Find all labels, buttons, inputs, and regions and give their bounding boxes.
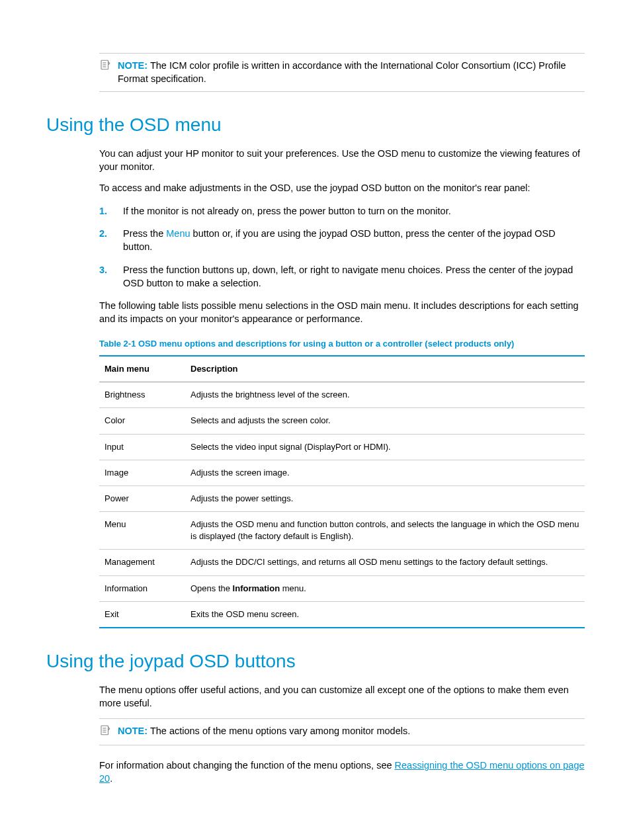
table-caption-text: OSD menu options and descriptions for us… bbox=[136, 339, 514, 349]
note-label: NOTE: bbox=[118, 726, 147, 736]
table-cell: Input bbox=[99, 434, 185, 460]
paragraph: You can adjust your HP monitor to suit y… bbox=[99, 147, 585, 174]
table-row: MenuAdjusts the OSD menu and function bu… bbox=[99, 512, 585, 550]
table-cell: Adjusts the power settings. bbox=[185, 485, 585, 511]
paragraph: For information about changing the funct… bbox=[99, 759, 585, 786]
bold-text: Information bbox=[233, 583, 280, 593]
table-cell: Menu bbox=[99, 512, 185, 550]
table-caption: Table 2-1 OSD menu options and descripti… bbox=[99, 338, 585, 350]
step-text: Press the function buttons up, down, lef… bbox=[123, 263, 585, 290]
text-fragment: . bbox=[110, 773, 112, 784]
table-cell: Color bbox=[99, 408, 185, 434]
table-header: Main menu bbox=[99, 356, 185, 382]
note-label: NOTE: bbox=[118, 60, 147, 71]
table-cell: Adjusts the brightness level of the scre… bbox=[185, 382, 585, 408]
step-number: 3. bbox=[99, 263, 111, 290]
paragraph: The following table lists possible menu … bbox=[99, 299, 585, 326]
table-caption-label: Table 2-1 bbox=[99, 339, 136, 349]
text-fragment: menu. bbox=[280, 583, 306, 593]
table-cell: Image bbox=[99, 460, 185, 485]
table-cell: Brightness bbox=[99, 382, 185, 408]
table-cell: Adjusts the OSD menu and function button… bbox=[185, 512, 585, 550]
table-cell: Exits the OSD menu screen. bbox=[185, 601, 585, 628]
table-cell: Selects the video input signal (DisplayP… bbox=[185, 434, 585, 460]
list-item: 2. Press the Menu button or, if you are … bbox=[99, 227, 585, 254]
heading-osd-menu: Using the OSD menu bbox=[46, 112, 585, 138]
note-text: The ICM color profile is written in acco… bbox=[118, 60, 566, 84]
table-row: InformationOpens the Information menu. bbox=[99, 575, 585, 601]
paragraph: To access and make adjustments in the OS… bbox=[99, 181, 585, 194]
table-header-row: Main menu Description bbox=[99, 356, 585, 382]
table-row: ManagementAdjusts the DDC/CI settings, a… bbox=[99, 550, 585, 575]
table-row: ExitExits the OSD menu screen. bbox=[99, 601, 585, 628]
table-header: Description bbox=[185, 356, 585, 382]
step-number: 2. bbox=[99, 227, 111, 254]
table-cell: Opens the Information menu. bbox=[185, 575, 585, 601]
heading-joypad: Using the joypad OSD buttons bbox=[46, 648, 585, 674]
table-row: BrightnessAdjusts the brightness level o… bbox=[99, 382, 585, 408]
note-text: The actions of the menu options vary amo… bbox=[150, 726, 410, 736]
osd-menu-table: Main menu Description BrightnessAdjusts … bbox=[99, 355, 585, 628]
list-item: 1. If the monitor is not already on, pre… bbox=[99, 204, 585, 218]
text-fragment: Opens the bbox=[190, 583, 233, 593]
note-box-actions: NOTE: The actions of the menu options va… bbox=[99, 718, 585, 745]
note-icon bbox=[99, 724, 111, 739]
table-cell: Adjusts the DDC/CI settings, and returns… bbox=[185, 550, 585, 575]
steps-list: 1. If the monitor is not already on, pre… bbox=[99, 204, 585, 290]
table-cell: Management bbox=[99, 550, 185, 575]
table-row: ImageAdjusts the screen image. bbox=[99, 460, 585, 485]
text-fragment: For information about changing the funct… bbox=[99, 760, 395, 771]
note-content: NOTE: The actions of the menu options va… bbox=[118, 724, 410, 739]
table-cell: Selects and adjusts the screen color. bbox=[185, 408, 585, 434]
table-cell: Information bbox=[99, 575, 185, 601]
table-row: ColorSelects and adjusts the screen colo… bbox=[99, 408, 585, 434]
step-text: If the monitor is not already on, press … bbox=[123, 204, 451, 218]
menu-keyword: Menu bbox=[166, 228, 190, 239]
paragraph: The menu options offer useful actions, a… bbox=[99, 683, 585, 710]
table-row: InputSelects the video input signal (Dis… bbox=[99, 434, 585, 460]
note-box-icm: NOTE: The ICM color profile is written i… bbox=[99, 53, 585, 92]
table-cell: Power bbox=[99, 485, 185, 511]
list-item: 3. Press the function buttons up, down, … bbox=[99, 263, 585, 290]
table-cell: Exit bbox=[99, 601, 185, 628]
note-icon bbox=[99, 59, 111, 86]
table-row: PowerAdjusts the power settings. bbox=[99, 485, 585, 511]
step-text: Press the Menu button or, if you are usi… bbox=[123, 227, 585, 254]
note-content: NOTE: The ICM color profile is written i… bbox=[118, 59, 585, 86]
table-cell: Adjusts the screen image. bbox=[185, 460, 585, 485]
step-number: 1. bbox=[99, 204, 111, 218]
text-fragment: Press the bbox=[123, 228, 166, 239]
